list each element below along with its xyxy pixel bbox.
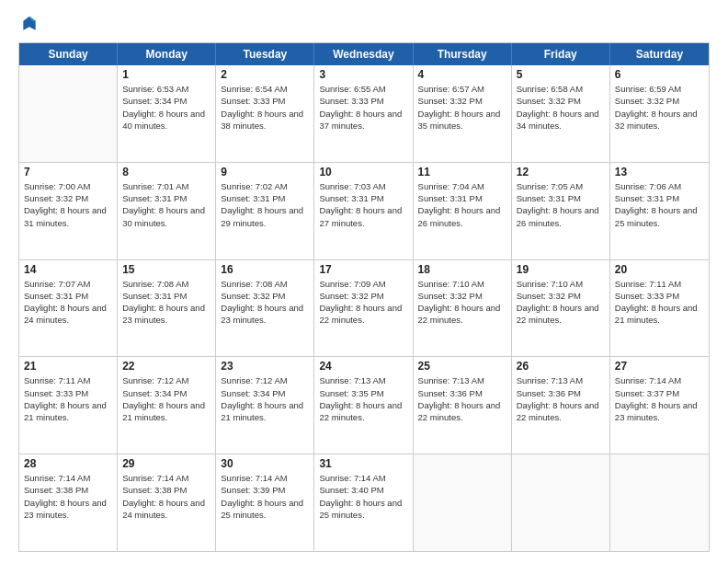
cal-cell: 30Sunrise: 7:14 AMSunset: 3:39 PMDayligh… [216, 454, 314, 551]
day-info: Sunrise: 7:09 AMSunset: 3:32 PMDaylight:… [319, 278, 407, 327]
day-number: 2 [221, 68, 309, 81]
cal-cell: 4Sunrise: 6:57 AMSunset: 3:32 PMDaylight… [414, 65, 512, 162]
day-info: Sunrise: 6:54 AMSunset: 3:33 PMDaylight:… [221, 83, 309, 132]
day-number: 11 [418, 166, 506, 178]
week-row-2: 7Sunrise: 7:00 AMSunset: 3:32 PMDaylight… [19, 163, 709, 260]
day-info: Sunrise: 7:02 AMSunset: 3:31 PMDaylight:… [221, 180, 309, 229]
cal-cell: 12Sunrise: 7:05 AMSunset: 3:31 PMDayligh… [512, 163, 610, 259]
day-number: 23 [221, 360, 309, 373]
day-number: 19 [517, 263, 605, 276]
week-row-5: 28Sunrise: 7:14 AMSunset: 3:38 PMDayligh… [19, 454, 709, 551]
day-info: Sunrise: 7:04 AMSunset: 3:31 PMDaylight:… [418, 180, 506, 229]
day-number: 9 [221, 166, 309, 178]
header-day-saturday: Saturday [610, 43, 709, 65]
cal-cell: 31Sunrise: 7:14 AMSunset: 3:40 PMDayligh… [314, 454, 413, 551]
day-info: Sunrise: 7:10 AMSunset: 3:32 PMDaylight:… [418, 278, 506, 327]
header-day-friday: Friday [512, 43, 610, 65]
day-number: 5 [517, 68, 605, 81]
cal-cell: 9Sunrise: 7:02 AMSunset: 3:31 PMDaylight… [216, 163, 314, 259]
day-number: 21 [24, 360, 112, 373]
cal-cell: 8Sunrise: 7:01 AMSunset: 3:31 PMDaylight… [118, 163, 216, 259]
day-info: Sunrise: 7:13 AMSunset: 3:36 PMDaylight:… [418, 374, 506, 423]
day-number: 17 [319, 263, 407, 276]
day-number: 31 [319, 457, 407, 470]
day-number: 8 [122, 166, 210, 178]
day-number: 13 [615, 166, 704, 178]
day-number: 7 [24, 166, 112, 178]
day-info: Sunrise: 6:58 AMSunset: 3:32 PMDaylight:… [517, 83, 605, 132]
day-info: Sunrise: 7:06 AMSunset: 3:31 PMDaylight:… [615, 180, 704, 229]
day-info: Sunrise: 7:00 AMSunset: 3:32 PMDaylight:… [24, 180, 112, 229]
day-info: Sunrise: 7:14 AMSunset: 3:38 PMDaylight:… [24, 472, 112, 521]
cal-cell: 6Sunrise: 6:59 AMSunset: 3:32 PMDaylight… [610, 65, 709, 162]
week-row-1: 1Sunrise: 6:53 AMSunset: 3:34 PMDaylight… [19, 65, 709, 163]
day-info: Sunrise: 7:01 AMSunset: 3:31 PMDaylight:… [122, 180, 210, 229]
day-info: Sunrise: 7:07 AMSunset: 3:31 PMDaylight:… [24, 278, 112, 327]
day-number: 26 [517, 360, 605, 373]
day-number: 18 [418, 263, 506, 276]
cal-cell: 10Sunrise: 7:03 AMSunset: 3:31 PMDayligh… [314, 163, 413, 259]
cal-cell: 29Sunrise: 7:14 AMSunset: 3:38 PMDayligh… [118, 454, 216, 551]
cal-cell: 16Sunrise: 7:08 AMSunset: 3:32 PMDayligh… [216, 260, 314, 357]
day-number: 15 [122, 263, 210, 276]
week-row-4: 21Sunrise: 7:11 AMSunset: 3:33 PMDayligh… [19, 357, 709, 454]
cal-cell: 24Sunrise: 7:13 AMSunset: 3:35 PMDayligh… [314, 357, 413, 454]
cal-cell: 25Sunrise: 7:13 AMSunset: 3:36 PMDayligh… [414, 357, 512, 454]
header-day-wednesday: Wednesday [314, 43, 413, 65]
cal-cell: 2Sunrise: 6:54 AMSunset: 3:33 PMDaylight… [216, 65, 314, 162]
cal-cell [414, 454, 512, 551]
day-info: Sunrise: 7:12 AMSunset: 3:34 PMDaylight:… [122, 374, 210, 423]
day-info: Sunrise: 7:03 AMSunset: 3:31 PMDaylight:… [319, 180, 407, 229]
day-number: 1 [122, 68, 210, 81]
cal-cell: 23Sunrise: 7:12 AMSunset: 3:34 PMDayligh… [216, 357, 314, 454]
cal-cell: 20Sunrise: 7:11 AMSunset: 3:33 PMDayligh… [610, 260, 709, 357]
cal-cell [512, 454, 610, 551]
day-number: 4 [418, 68, 506, 81]
day-info: Sunrise: 7:08 AMSunset: 3:31 PMDaylight:… [122, 278, 210, 327]
day-info: Sunrise: 6:59 AMSunset: 3:32 PMDaylight:… [615, 83, 704, 132]
day-number: 6 [615, 68, 704, 81]
day-info: Sunrise: 7:11 AMSunset: 3:33 PMDaylight:… [24, 374, 112, 423]
calendar-body: 1Sunrise: 6:53 AMSunset: 3:34 PMDaylight… [19, 65, 709, 551]
day-number: 25 [418, 360, 506, 373]
cal-cell: 5Sunrise: 6:58 AMSunset: 3:32 PMDaylight… [512, 65, 610, 162]
day-number: 27 [615, 360, 704, 373]
page: SundayMondayTuesdayWednesdayThursdayFrid… [0, 0, 728, 563]
day-info: Sunrise: 7:13 AMSunset: 3:35 PMDaylight:… [319, 374, 407, 423]
day-info: Sunrise: 7:11 AMSunset: 3:33 PMDaylight:… [615, 278, 704, 327]
cal-cell: 11Sunrise: 7:04 AMSunset: 3:31 PMDayligh… [414, 163, 512, 259]
logo [18, 15, 39, 33]
cal-cell: 28Sunrise: 7:14 AMSunset: 3:38 PMDayligh… [19, 454, 118, 551]
logo-icon [20, 15, 39, 33]
day-info: Sunrise: 6:55 AMSunset: 3:33 PMDaylight:… [319, 83, 407, 132]
cal-cell: 3Sunrise: 6:55 AMSunset: 3:33 PMDaylight… [314, 65, 413, 162]
day-info: Sunrise: 7:14 AMSunset: 3:39 PMDaylight:… [221, 472, 309, 521]
cal-cell: 21Sunrise: 7:11 AMSunset: 3:33 PMDayligh… [19, 357, 118, 454]
cal-cell: 1Sunrise: 6:53 AMSunset: 3:34 PMDaylight… [118, 65, 216, 162]
calendar: SundayMondayTuesdayWednesdayThursdayFrid… [18, 42, 710, 552]
cal-cell: 26Sunrise: 7:13 AMSunset: 3:36 PMDayligh… [512, 357, 610, 454]
header-day-monday: Monday [118, 43, 216, 65]
day-number: 30 [221, 457, 309, 470]
day-info: Sunrise: 7:14 AMSunset: 3:38 PMDaylight:… [122, 472, 210, 521]
day-number: 14 [24, 263, 112, 276]
week-row-3: 14Sunrise: 7:07 AMSunset: 3:31 PMDayligh… [19, 260, 709, 358]
cal-cell: 27Sunrise: 7:14 AMSunset: 3:37 PMDayligh… [610, 357, 709, 454]
day-info: Sunrise: 7:10 AMSunset: 3:32 PMDaylight:… [517, 278, 605, 327]
day-number: 3 [319, 68, 407, 81]
header-day-sunday: Sunday [19, 43, 118, 65]
header-day-tuesday: Tuesday [216, 43, 314, 65]
cal-cell: 17Sunrise: 7:09 AMSunset: 3:32 PMDayligh… [314, 260, 413, 357]
header [18, 15, 710, 33]
cal-cell: 14Sunrise: 7:07 AMSunset: 3:31 PMDayligh… [19, 260, 118, 357]
day-info: Sunrise: 7:14 AMSunset: 3:40 PMDaylight:… [319, 472, 407, 521]
header-day-thursday: Thursday [414, 43, 512, 65]
day-number: 16 [221, 263, 309, 276]
cal-cell: 7Sunrise: 7:00 AMSunset: 3:32 PMDaylight… [19, 163, 118, 259]
day-info: Sunrise: 6:57 AMSunset: 3:32 PMDaylight:… [418, 83, 506, 132]
day-number: 29 [122, 457, 210, 470]
day-number: 22 [122, 360, 210, 373]
cal-cell: 13Sunrise: 7:06 AMSunset: 3:31 PMDayligh… [610, 163, 709, 259]
day-number: 28 [24, 457, 112, 470]
calendar-header: SundayMondayTuesdayWednesdayThursdayFrid… [19, 43, 709, 65]
